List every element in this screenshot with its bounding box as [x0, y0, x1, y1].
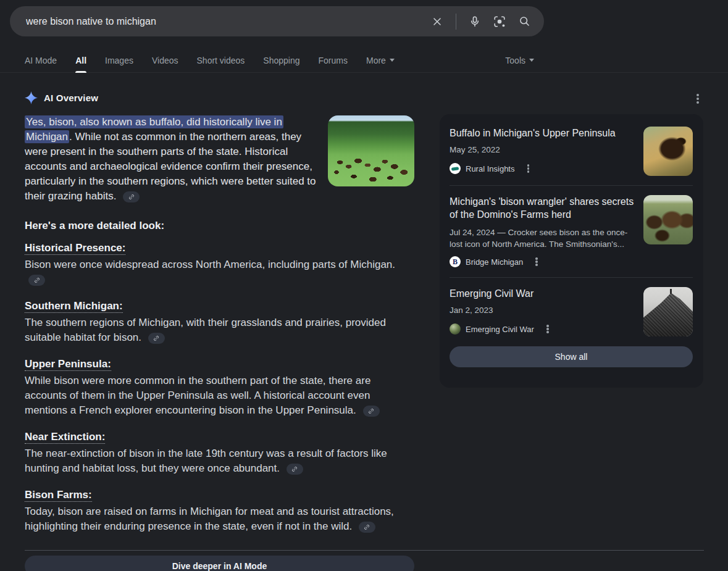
- source-card[interactable]: Michigan's 'bison wrangler' shares secre…: [450, 195, 693, 268]
- term-link[interactable]: Bison Farms:: [25, 489, 92, 502]
- clear-icon[interactable]: [427, 12, 447, 31]
- vertical-dots: [535, 260, 538, 263]
- section-text: The near-extinction of bison in the late…: [25, 448, 387, 474]
- source-card[interactable]: Emerging Civil War Jan 2, 2023 Emerging …: [450, 287, 693, 336]
- vertical-dots: [546, 328, 549, 330]
- section-body: While bison were more common in the sout…: [25, 373, 414, 418]
- tools-label: Tools: [505, 56, 525, 65]
- section-title: Near Extinction:: [25, 431, 414, 443]
- ai-overview-body: Yes, bison, also known as buffalo, did h…: [25, 115, 414, 571]
- section-title: Upper Peninsula:: [25, 358, 414, 370]
- dive-deeper-button[interactable]: Dive deeper in AI Mode: [25, 556, 414, 571]
- favicon-shape: [451, 167, 459, 170]
- search-input[interactable]: [25, 15, 427, 28]
- tab-label: AI Mode: [25, 56, 57, 65]
- tab-ai-mode[interactable]: AI Mode: [25, 48, 57, 73]
- lens-camera-icon[interactable]: [490, 12, 509, 31]
- section-body: The southern regions of Michigan, with t…: [25, 315, 414, 345]
- tab-label: Videos: [152, 56, 178, 65]
- vertical-dots: [697, 98, 699, 100]
- term-link[interactable]: Upper Peninsula:: [25, 358, 111, 371]
- ai-overview-intro: Yes, bison, also known as buffalo, did h…: [25, 115, 414, 204]
- search-bar-divider: [456, 14, 456, 30]
- section-body: The near-extinction of bison in the late…: [25, 446, 414, 476]
- section-title: Bison Farms:: [25, 489, 414, 501]
- search-icon[interactable]: [514, 12, 534, 31]
- voice-search-icon[interactable]: [465, 12, 485, 31]
- tab-shopping[interactable]: Shopping: [263, 48, 299, 73]
- chevron-down-icon: [529, 59, 534, 62]
- source-row: Rural Insights: [450, 162, 635, 175]
- card-text: Buffalo in Michigan's Upper Peninsula Ma…: [450, 127, 643, 175]
- section-title: Southern Michigan:: [25, 300, 414, 312]
- card-snippet: Jul 24, 2024 — Crocker sees bison as the…: [450, 227, 635, 250]
- tab-images[interactable]: Images: [105, 48, 133, 73]
- bridge-michigan-favicon: B: [450, 256, 461, 267]
- source-row: Emerging Civil War: [450, 323, 635, 335]
- tab-label: Short videos: [197, 56, 245, 65]
- term-link[interactable]: Southern Michigan:: [25, 300, 123, 313]
- term-link[interactable]: Near Extinction:: [25, 431, 105, 444]
- source-link-chip[interactable]: [148, 333, 165, 344]
- source-link-chip[interactable]: [359, 522, 375, 533]
- ai-sparkle-icon: [25, 91, 38, 104]
- results-divider: [25, 550, 704, 551]
- card-date: May 25, 2022: [450, 145, 635, 154]
- card-thumbnail-skull-mound[interactable]: [643, 287, 693, 336]
- source-card[interactable]: Buffalo in Michigan's Upper Peninsula Ma…: [450, 127, 693, 176]
- section-text: While bison were more common in the sout…: [25, 375, 370, 416]
- source-link-chip[interactable]: [28, 275, 45, 286]
- tab-label: Images: [105, 56, 133, 65]
- show-all-button[interactable]: Show all: [450, 346, 693, 367]
- search-bar-icons: [427, 12, 534, 31]
- emerging-civil-war-favicon: [450, 323, 461, 335]
- card-thumbnail-bison[interactable]: [643, 127, 693, 176]
- source-name[interactable]: Emerging Civil War: [466, 325, 534, 334]
- tab-label: More: [366, 56, 386, 65]
- section-body: Today, bison are raised on farms in Mich…: [25, 504, 414, 534]
- rural-insights-favicon: [450, 163, 461, 174]
- tab-label: All: [75, 56, 86, 65]
- section-text: Today, bison are raised on farms in Mich…: [25, 506, 394, 532]
- card-divider: [450, 277, 693, 278]
- tab-label: Shopping: [263, 56, 299, 65]
- term-link[interactable]: Historical Presence:: [25, 242, 125, 255]
- source-link-chip[interactable]: [287, 464, 303, 475]
- ai-overview-title: AI Overview: [44, 93, 98, 103]
- tab-videos[interactable]: Videos: [152, 48, 178, 73]
- tab-forums[interactable]: Forums: [319, 48, 348, 73]
- source-link-chip[interactable]: [123, 191, 140, 202]
- overflow-menu-icon[interactable]: [542, 323, 554, 335]
- tab-all[interactable]: All: [75, 48, 86, 73]
- detail-heading: Here's a more detailed look:: [25, 220, 414, 232]
- overflow-menu-icon[interactable]: [522, 162, 534, 175]
- source-link-chip[interactable]: [363, 406, 380, 417]
- section-body: Bison were once widespread across North …: [25, 257, 414, 287]
- tab-short-videos[interactable]: Short videos: [197, 48, 245, 73]
- overflow-menu-icon[interactable]: [690, 91, 705, 106]
- chevron-down-icon: [390, 59, 395, 62]
- tools-button[interactable]: Tools: [505, 56, 534, 65]
- card-text: Emerging Civil War Jan 2, 2023 Emerging …: [450, 287, 643, 335]
- card-title[interactable]: Michigan's 'bison wrangler' shares secre…: [450, 195, 635, 221]
- section-title: Historical Presence:: [25, 242, 414, 254]
- source-cards-panel: Buffalo in Michigan's Upper Peninsula Ma…: [440, 114, 703, 388]
- active-tab-underline: [75, 71, 86, 73]
- tab-label: Forums: [319, 56, 348, 65]
- card-date: Jan 2, 2023: [450, 306, 635, 315]
- section-text: Bison were once widespread across North …: [25, 259, 395, 270]
- overflow-menu-icon[interactable]: [530, 256, 543, 268]
- bison-herd-image[interactable]: [328, 115, 414, 186]
- tab-more[interactable]: More: [366, 48, 395, 73]
- card-title[interactable]: Buffalo in Michigan's Upper Peninsula: [450, 127, 635, 140]
- source-row: B Bridge Michigan: [450, 256, 635, 268]
- card-text: Michigan's 'bison wrangler' shares secre…: [450, 195, 643, 268]
- vertical-dots: [527, 167, 530, 170]
- card-title[interactable]: Emerging Civil War: [450, 287, 635, 300]
- results-tab-bar: AI Mode All Images Videos Short videos S…: [0, 48, 728, 73]
- card-thumbnail-herd[interactable]: [643, 195, 693, 244]
- card-divider: [450, 185, 693, 186]
- source-name[interactable]: Bridge Michigan: [466, 257, 523, 267]
- search-bar: [10, 6, 544, 36]
- source-name[interactable]: Rural Insights: [466, 164, 514, 173]
